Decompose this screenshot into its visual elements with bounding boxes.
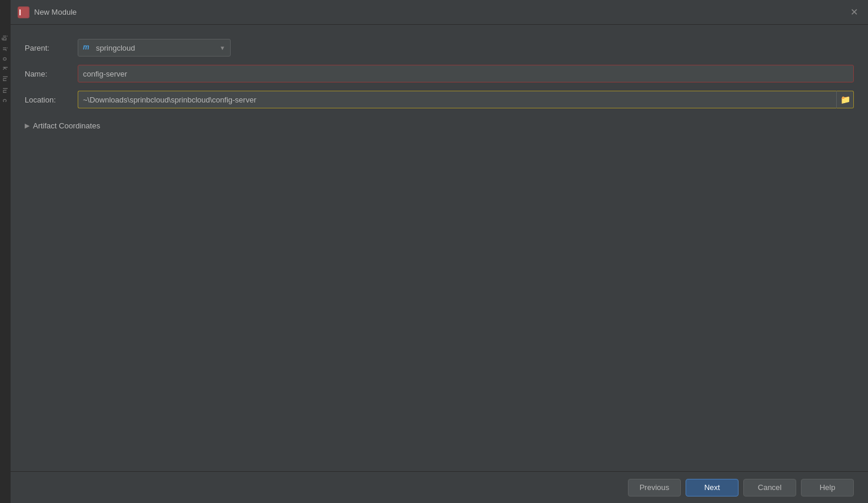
close-button[interactable]: ✕ [847,5,861,19]
dropdown-arrow-icon: ▼ [220,45,225,51]
name-row: Name: [25,65,854,82]
next-button[interactable]: Next [686,479,739,497]
sidebar-label-1: ig [2,35,9,41]
form-content: Parent: m springcloud ▼ Name: Location: [11,25,868,471]
location-row: Location: 📁 [25,91,854,108]
location-input[interactable] [78,91,836,108]
sidebar-label-3: o [2,57,9,61]
location-browse-button[interactable]: 📁 [836,91,854,108]
sidebar-label-7: c [2,99,9,102]
name-input[interactable] [78,65,854,82]
chevron-right-icon: ▶ [25,122,29,130]
sidebar-label-6: lu [2,88,9,94]
location-control: 📁 [78,91,854,108]
new-module-dialog: I I New Module ✕ Parent: m [11,0,868,503]
parent-dropdown[interactable]: m springcloud ▼ [78,39,231,57]
parent-row: Parent: m springcloud ▼ [25,39,854,57]
button-bar: Previous Next Cancel Help [11,471,868,503]
folder-icon: 📁 [840,95,850,104]
cancel-button[interactable]: Cancel [743,479,796,497]
app-icon: I I [18,6,29,18]
name-label: Name: [25,70,78,78]
location-input-group: 📁 [78,91,854,108]
sidebar-strip: ig ir o k lu lu c [0,0,11,503]
location-label: Location: [25,95,78,104]
sidebar-label-2: ir [2,47,9,51]
help-button[interactable]: Help [801,479,854,497]
artifact-coordinates-section: ▶ Artifact Coordinates [25,121,854,130]
artifact-coordinates-toggle[interactable]: ▶ Artifact Coordinates [25,121,854,130]
maven-icon: m [83,43,92,52]
parent-value: springcloud [96,44,216,52]
dialog-title: New Module [34,8,77,16]
parent-label: Parent: [25,44,78,52]
previous-button[interactable]: Previous [628,479,681,497]
title-bar: I I New Module ✕ [11,0,868,25]
sidebar-label-5: lu [2,76,9,82]
content-spacer [25,130,854,471]
artifact-coordinates-label: Artifact Coordinates [33,121,100,130]
parent-control: m springcloud ▼ [78,39,854,57]
svg-text:I: I [19,8,21,17]
sidebar-label-4: k [2,67,9,70]
name-control [78,65,854,82]
